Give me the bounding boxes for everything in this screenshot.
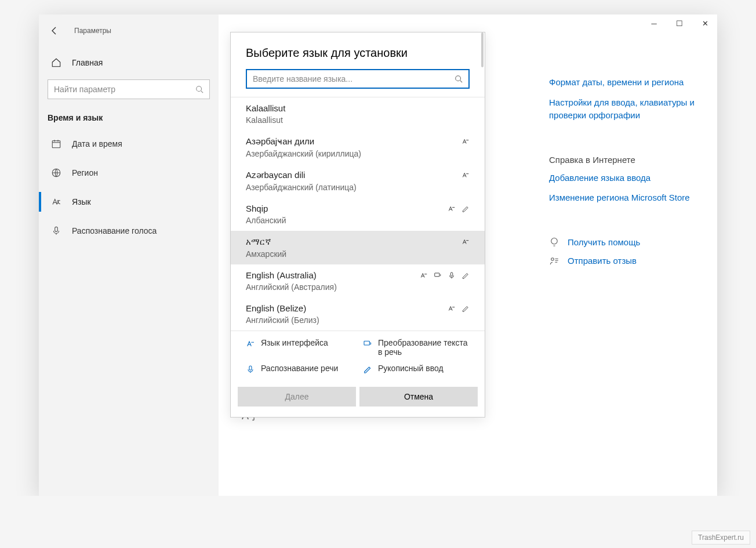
legend-label: Рукописный ввод <box>378 364 444 373</box>
legend-speech: Распознавание речи <box>246 364 352 374</box>
language-local: Азербайджанский (латиница) <box>246 183 470 192</box>
home-label: Главная <box>72 58 103 67</box>
support-label: Получить помощь <box>568 237 640 247</box>
sidebar-item-speech[interactable]: Распознавание голоса <box>48 217 210 244</box>
language-native: Shqip <box>246 204 268 213</box>
svg-rect-10 <box>249 366 252 370</box>
language-native: Kalaallisut <box>246 103 285 113</box>
language-row[interactable]: English (Australia)Английский (Австралия… <box>231 264 485 297</box>
language-local: Амхарский <box>246 249 470 259</box>
sidebar-item-label: Распознавание голоса <box>72 226 157 235</box>
ui-lang-icon <box>420 271 428 280</box>
svg-rect-9 <box>364 341 369 345</box>
sidebar-home[interactable]: Главная <box>48 52 210 74</box>
svg-rect-8 <box>450 272 453 275</box>
sidebar: Параметры Главная Время и язык Дата и вр… <box>39 14 219 496</box>
language-native: አማርኛ <box>246 237 271 247</box>
dialog-search[interactable] <box>246 69 470 89</box>
tts-icon <box>363 339 372 349</box>
support-label: Отправить отзыв <box>568 256 637 266</box>
related-link[interactable]: Настройки для ввода, клавиатуры и провер… <box>549 93 700 126</box>
add-language-dialog: Выберите язык для установки KalaallisutK… <box>230 32 485 418</box>
language-row[interactable]: Азәрбајҹан дилиАзербайджанский (кириллиц… <box>231 130 485 164</box>
language-row[interactable]: English (Belize)Английский (Белиз) <box>231 297 485 331</box>
sidebar-item-label: Регион <box>72 168 98 177</box>
svg-point-4 <box>551 238 558 244</box>
language-local: Азербайджанский (кириллица) <box>246 149 470 158</box>
sidebar-header: Параметры <box>48 26 210 49</box>
svg-point-6 <box>456 76 461 81</box>
language-row[interactable]: KalaallisutKalaallisut <box>231 97 485 130</box>
language-row[interactable]: Azərbaycan diliАзербайджанский (латиница… <box>231 164 485 198</box>
language-local: Английский (Белиз) <box>246 315 470 325</box>
ui-lang-icon <box>461 137 470 146</box>
sidebar-item-label: Дата и время <box>72 139 122 148</box>
ui-lang-icon <box>461 171 470 179</box>
sidebar-item-region[interactable]: Регион <box>48 159 210 186</box>
get-help-link[interactable]: Получить помощь <box>549 237 700 248</box>
sidebar-item-language[interactable]: Язык <box>48 188 210 215</box>
legend-ui: Язык интерфейса <box>246 338 352 357</box>
tts-icon <box>434 271 442 280</box>
svg-point-5 <box>551 257 554 260</box>
help-link[interactable]: Добавление языка ввода <box>549 168 700 188</box>
language-list[interactable]: KalaallisutKalaallisutАзәрбајҹан дилиАзе… <box>231 97 485 331</box>
legend-label: Распознавание речи <box>261 364 338 373</box>
help-heading: Справка в Интернете <box>549 149 700 168</box>
feedback-link[interactable]: Отправить отзыв <box>549 256 700 266</box>
help-link[interactable]: Изменение региона Microsoft Store <box>549 188 700 208</box>
next-button[interactable]: Далее <box>238 387 356 407</box>
sidebar-item-label: Язык <box>72 197 91 206</box>
search-icon <box>455 75 463 83</box>
language-feature-icons <box>461 171 470 179</box>
language-local: Албанский <box>246 216 470 225</box>
language-local: Kalaallisut <box>246 115 470 125</box>
search-icon <box>195 85 203 93</box>
language-local: Английский (Австралия) <box>246 282 470 292</box>
cancel-button[interactable]: Отмена <box>359 387 478 407</box>
svg-rect-3 <box>55 227 58 231</box>
legend-tts: Преобразование текста в речь <box>363 338 470 357</box>
dialog-search-input[interactable] <box>253 74 455 84</box>
legend-label: Язык интерфейса <box>261 338 328 347</box>
speech-icon <box>246 365 255 374</box>
sidebar-item-datetime[interactable]: Дата и время <box>48 130 210 157</box>
ink-icon <box>461 271 470 280</box>
dialog-buttons: Далее Отмена <box>231 381 485 417</box>
legend-ink: Рукописный ввод <box>363 364 470 374</box>
sidebar-search-input[interactable] <box>54 85 195 94</box>
language-feature-icons <box>461 238 470 246</box>
ui-lang-icon <box>246 339 255 349</box>
feedback-icon <box>549 256 559 266</box>
ink-icon <box>461 205 470 213</box>
globe-icon <box>51 168 61 178</box>
ink-icon <box>461 304 470 313</box>
svg-rect-1 <box>52 141 60 148</box>
help-icon <box>549 237 559 248</box>
home-icon <box>51 57 61 68</box>
language-native: English (Belize) <box>246 303 306 313</box>
related-link[interactable]: Формат даты, времени и региона <box>549 72 700 93</box>
support-links: Получить помощь Отправить отзыв <box>549 237 700 266</box>
ui-lang-icon <box>461 238 470 246</box>
calendar-icon <box>51 139 61 149</box>
language-feature-icons <box>448 304 470 313</box>
sidebar-search[interactable] <box>48 79 210 99</box>
language-feature-icons <box>461 137 470 146</box>
mic-icon <box>51 226 61 236</box>
language-row[interactable]: ShqipАлбанский <box>231 198 485 231</box>
svg-point-0 <box>197 86 202 92</box>
settings-window: ─ ☐ ✕ Параметры Главная Время и язык Дат… <box>39 14 717 496</box>
legend-label: Преобразование текста в речь <box>378 338 470 357</box>
language-feature-icons <box>448 205 470 213</box>
window-title: Параметры <box>74 27 111 35</box>
sidebar-group-title: Время и язык <box>48 111 210 128</box>
language-feature-icons <box>420 271 470 280</box>
back-button[interactable] <box>50 26 59 35</box>
right-column: Формат даты, времени и региона Настройки… <box>549 72 700 266</box>
language-native: English (Australia) <box>246 270 317 280</box>
feature-legend: Язык интерфейса Преобразование текста в … <box>231 331 485 381</box>
language-row[interactable]: አማርኛАмхарский <box>231 231 485 264</box>
language-native: Azərbaycan dili <box>246 170 305 180</box>
ui-lang-icon <box>448 304 456 313</box>
